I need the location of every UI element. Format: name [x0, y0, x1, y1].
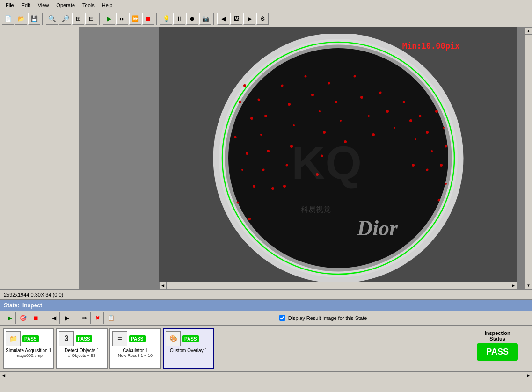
- svg-point-21: [288, 103, 291, 106]
- settings-button[interactable]: ⚙: [256, 13, 269, 25]
- state-header: State: Inspect: [0, 300, 532, 311]
- separator-1: [42, 13, 44, 25]
- svg-point-36: [353, 75, 356, 78]
- zoom-in-button[interactable]: 🔍: [46, 13, 58, 25]
- svg-point-10: [241, 169, 243, 171]
- state-next-button[interactable]: ▶: [61, 312, 73, 324]
- pause-button[interactable]: ⏸: [173, 13, 185, 25]
- state-edit-button[interactable]: ✏: [79, 312, 91, 324]
- menu-bar: File Edit View Operate Tools Help: [0, 0, 532, 10]
- scroll-content-left[interactable]: ◀: [0, 372, 7, 379]
- svg-point-37: [360, 96, 363, 99]
- tool-card-header-2: 3 PASS: [59, 331, 105, 346]
- svg-point-9: [246, 152, 248, 155]
- svg-point-24: [285, 164, 288, 167]
- light-button[interactable]: 💡: [160, 13, 172, 25]
- tool-name-2: Detect Objects 1: [65, 348, 99, 353]
- svg-point-18: [262, 169, 264, 171]
- scroll-up-button[interactable]: ▲: [525, 27, 532, 35]
- pass-badge-1: PASS: [22, 335, 39, 342]
- pass-badge-2: PASS: [76, 335, 92, 342]
- state-stop-button[interactable]: ⏹: [30, 312, 42, 324]
- svg-point-43: [402, 101, 405, 103]
- state-prev-button[interactable]: ◀: [48, 312, 60, 324]
- record-button[interactable]: ⏺: [186, 13, 198, 25]
- img-gallery-button[interactable]: 🖼: [230, 13, 242, 25]
- menu-file[interactable]: File: [2, 1, 18, 9]
- tool-icon-4: 🎨: [166, 331, 181, 346]
- scroll-down-button[interactable]: ▼: [525, 282, 532, 289]
- svg-point-26: [304, 75, 306, 78]
- svg-point-48: [426, 131, 429, 134]
- menu-operate[interactable]: Operate: [52, 1, 79, 9]
- pass-badge-4: PASS: [182, 335, 199, 342]
- tool-name-1: Simulate Acquisition 1: [6, 348, 51, 353]
- menu-view[interactable]: View: [34, 1, 53, 9]
- right-scrollbar[interactable]: ▲ ▼: [525, 27, 532, 289]
- stop-button[interactable]: ⏹: [142, 13, 154, 25]
- svg-point-16: [260, 134, 262, 136]
- tool-icon-1: 📁: [6, 331, 21, 346]
- tool-card-header-4: 🎨 PASS: [166, 331, 211, 346]
- tool-card-detect-objects[interactable]: 3 PASS Detect Objects 1 # Objects = 53: [56, 328, 108, 369]
- svg-point-13: [248, 218, 251, 220]
- menu-edit[interactable]: Edit: [18, 1, 34, 9]
- snap-button[interactable]: 📷: [199, 13, 211, 25]
- svg-point-8: [234, 136, 236, 138]
- inspection-status-value: PASS: [477, 343, 518, 361]
- svg-point-50: [426, 169, 428, 171]
- svg-point-56: [437, 199, 440, 202]
- prev-img-button[interactable]: ◀: [217, 13, 229, 25]
- separator-2: [99, 13, 101, 25]
- status-bar: 2592x1944 0.30X 34 (0,0): [0, 289, 532, 299]
- display-option: Display Result Image for this State: [118, 315, 528, 321]
- svg-point-28: [319, 110, 321, 112]
- display-result-checkbox[interactable]: [279, 315, 285, 321]
- tool-card-custom-overlay[interactable]: 🎨 PASS Custom Overlay 1: [163, 328, 214, 369]
- tool-card-calculator[interactable]: = PASS Calculator 1 New Result 1 = 10: [109, 328, 161, 369]
- svg-point-17: [267, 150, 270, 152]
- zoom-select-button[interactable]: ⊟: [85, 13, 97, 25]
- svg-point-51: [435, 110, 438, 113]
- save-button[interactable]: 💾: [28, 13, 40, 25]
- svg-point-47: [419, 115, 421, 117]
- state-copy-button[interactable]: 📋: [105, 312, 117, 324]
- menu-tools[interactable]: Tools: [79, 1, 98, 9]
- display-result-label: Display Result Image for this State: [288, 315, 367, 321]
- overlay-text: Min:10.00pix: [402, 41, 460, 51]
- tool-card-simulate-acquisition[interactable]: 📁 PASS Simulate Acquisition 1 Image000.b…: [3, 328, 54, 369]
- svg-point-33: [335, 101, 337, 103]
- svg-point-27: [311, 94, 314, 96]
- svg-point-20: [281, 85, 283, 87]
- svg-point-7: [250, 117, 253, 120]
- menu-help[interactable]: Help: [98, 1, 117, 9]
- new-button[interactable]: 📄: [2, 13, 14, 25]
- scroll-right-button[interactable]: ▶: [510, 282, 517, 289]
- step-button[interactable]: ⏭: [116, 13, 128, 25]
- play-all-button[interactable]: ⏩: [129, 13, 141, 25]
- svg-point-34: [340, 120, 342, 122]
- image-viewer[interactable]: KQ Dior 科易视觉 Min:10.00pix ◀ ▶: [159, 27, 517, 289]
- svg-text:Dior: Dior: [357, 216, 398, 240]
- scroll-content-right[interactable]: ▶: [525, 372, 532, 379]
- zoom-out-button[interactable]: 🔎: [59, 13, 71, 25]
- state-icon-button[interactable]: 🎯: [17, 312, 29, 324]
- zoom-fit-button[interactable]: ⊞: [72, 13, 84, 25]
- scroll-left-button[interactable]: ◀: [159, 282, 167, 289]
- state-play-button[interactable]: ▶: [4, 312, 16, 324]
- svg-point-52: [443, 127, 445, 129]
- svg-text:科易视觉: 科易视觉: [301, 205, 331, 213]
- state-label: State:: [4, 302, 19, 309]
- svg-point-29: [323, 131, 326, 134]
- tool-detail-2: # Objects = 53: [68, 353, 95, 358]
- inspection-status: InspectionStatus PASS: [475, 328, 520, 363]
- play-button[interactable]: ▶: [103, 13, 115, 25]
- open-button[interactable]: 📂: [15, 13, 27, 25]
- tool-name-3: Calculator 1: [123, 348, 147, 353]
- state-delete-button[interactable]: ✖: [92, 312, 104, 324]
- separator-4: [213, 13, 215, 25]
- inspection-status-title: InspectionStatus: [477, 330, 518, 341]
- left-panel: [0, 27, 80, 289]
- svg-point-40: [379, 92, 381, 94]
- next-img-button[interactable]: ▶: [243, 13, 255, 25]
